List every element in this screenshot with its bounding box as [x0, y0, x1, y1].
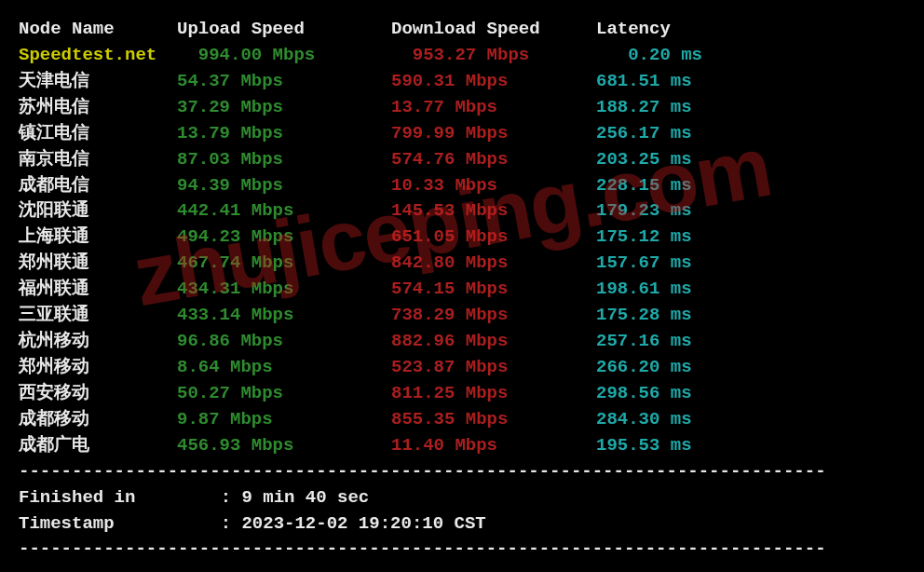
cell-latency: 157.67 ms	[596, 251, 745, 277]
cell-upload: 54.37 Mbps	[177, 69, 391, 95]
cell-download: 651.05 Mbps	[391, 225, 596, 251]
cell-upload: 434.31 Mbps	[177, 277, 391, 303]
cell-download: 523.87 Mbps	[391, 355, 596, 381]
cell-node: 苏州电信	[19, 95, 177, 121]
cell-download: 145.53 Mbps	[391, 198, 596, 225]
cell-download: 590.31 Mbps	[391, 69, 596, 95]
cell-upload: 50.27 Mbps	[177, 381, 391, 407]
cell-upload: 96.86 Mbps	[177, 329, 391, 355]
table-row: 福州联通434.31 Mbps574.15 Mbps198.61 ms	[19, 277, 905, 303]
cell-latency: 175.12 ms	[596, 225, 745, 251]
table-row: 成都广电456.93 Mbps11.40 Mbps195.53 ms	[19, 433, 905, 459]
cell-latency: 198.61 ms	[596, 277, 745, 303]
cell-latency: 681.51 ms	[596, 69, 745, 95]
cell-latency: 256.17 ms	[596, 121, 745, 147]
cell-node: 郑州联通	[19, 251, 177, 277]
separator-line: ----------------------------------------…	[19, 459, 905, 485]
cell-latency: 257.16 ms	[596, 329, 745, 355]
cell-node: 西安移动	[19, 381, 177, 407]
cell-node: 杭州移动	[19, 329, 177, 355]
cell-node: 天津电信	[19, 69, 177, 95]
speedtest-rows: Speedtest.net 994.00 Mbps 953.27 Mbps 0.…	[19, 43, 905, 459]
table-row: 成都电信94.39 Mbps10.33 Mbps228.15 ms	[19, 173, 905, 199]
cell-latency: 179.23 ms	[596, 198, 745, 225]
cell-upload: 9.87 Mbps	[177, 407, 391, 433]
cell-node: 福州联通	[19, 277, 177, 303]
cell-download: 855.35 Mbps	[391, 407, 596, 433]
table-row: 郑州联通467.74 Mbps842.80 Mbps157.67 ms	[19, 251, 905, 277]
cell-download: 10.33 Mbps	[391, 173, 596, 199]
table-row: 郑州移动8.64 Mbps523.87 Mbps266.20 ms	[19, 355, 905, 381]
separator-line: ----------------------------------------…	[19, 537, 905, 563]
header-latency: Latency	[596, 17, 745, 43]
cell-node: 三亚联通	[19, 303, 177, 329]
table-row: 沈阳联通442.41 Mbps145.53 Mbps179.23 ms	[19, 198, 905, 225]
cell-download: 13.77 Mbps	[391, 95, 596, 121]
cell-latency: 0.20 ms	[596, 43, 745, 69]
cell-upload: 467.74 Mbps	[177, 251, 391, 277]
table-row: Speedtest.net 994.00 Mbps 953.27 Mbps 0.…	[19, 43, 905, 69]
table-row: 上海联通494.23 Mbps651.05 Mbps175.12 ms	[19, 225, 905, 251]
table-row: 成都移动9.87 Mbps855.35 Mbps284.30 ms	[19, 407, 905, 433]
table-row: 西安移动50.27 Mbps811.25 Mbps298.56 ms	[19, 381, 905, 407]
cell-upload: 37.29 Mbps	[177, 95, 391, 121]
cell-latency: 298.56 ms	[596, 381, 745, 407]
table-row: 三亚联通433.14 Mbps738.29 Mbps175.28 ms	[19, 303, 905, 329]
cell-download: 574.76 Mbps	[391, 147, 596, 173]
cell-node: 成都广电	[19, 433, 177, 459]
cell-node: 成都电信	[19, 173, 177, 199]
cell-download: 811.25 Mbps	[391, 381, 596, 407]
cell-download: 953.27 Mbps	[391, 43, 596, 69]
cell-download: 11.40 Mbps	[391, 433, 596, 459]
cell-download: 842.80 Mbps	[391, 251, 596, 277]
finished-value: 9 min 40 sec	[241, 487, 369, 508]
finished-label: Finished in	[19, 487, 135, 508]
cell-latency: 228.15 ms	[596, 173, 745, 199]
footer-finished: Finished in : 9 min 40 sec	[19, 485, 905, 511]
cell-latency: 203.25 ms	[596, 147, 745, 173]
cell-upload: 433.14 Mbps	[177, 303, 391, 329]
cell-upload: 494.23 Mbps	[177, 225, 391, 251]
table-header-row: Node Name Upload Speed Download Speed La…	[19, 17, 905, 43]
cell-latency: 266.20 ms	[596, 355, 745, 381]
cell-latency: 188.27 ms	[596, 95, 745, 121]
cell-latency: 195.53 ms	[596, 433, 745, 459]
cell-upload: 456.93 Mbps	[177, 433, 391, 459]
header-node: Node Name	[19, 17, 177, 43]
table-row: 苏州电信37.29 Mbps13.77 Mbps188.27 ms	[19, 95, 905, 121]
cell-latency: 284.30 ms	[596, 407, 745, 433]
cell-node: 上海联通	[19, 225, 177, 251]
table-row: 杭州移动96.86 Mbps882.96 Mbps257.16 ms	[19, 329, 905, 355]
timestamp-value: 2023-12-02 19:20:10 CST	[241, 513, 485, 534]
table-row: 镇江电信13.79 Mbps799.99 Mbps256.17 ms	[19, 121, 905, 147]
cell-upload: 442.41 Mbps	[177, 198, 391, 225]
cell-node: 沈阳联通	[19, 198, 177, 225]
cell-node: 镇江电信	[19, 121, 177, 147]
cell-download: 738.29 Mbps	[391, 303, 596, 329]
cell-node: 郑州移动	[19, 355, 177, 381]
footer-timestamp: Timestamp : 2023-12-02 19:20:10 CST	[19, 511, 905, 538]
table-row: 南京电信87.03 Mbps574.76 Mbps203.25 ms	[19, 147, 905, 173]
cell-node: Speedtest.net	[19, 43, 177, 69]
header-download: Download Speed	[391, 17, 596, 43]
cell-upload: 87.03 Mbps	[177, 147, 391, 173]
table-row: 天津电信54.37 Mbps590.31 Mbps681.51 ms	[19, 69, 905, 95]
cell-download: 574.15 Mbps	[391, 277, 596, 303]
cell-upload: 994.00 Mbps	[177, 43, 391, 69]
cell-upload: 8.64 Mbps	[177, 355, 391, 381]
cell-latency: 175.28 ms	[596, 303, 745, 329]
cell-upload: 94.39 Mbps	[177, 173, 391, 199]
header-upload: Upload Speed	[177, 17, 391, 43]
cell-node: 成都移动	[19, 407, 177, 433]
cell-download: 799.99 Mbps	[391, 121, 596, 147]
cell-upload: 13.79 Mbps	[177, 121, 391, 147]
timestamp-label: Timestamp	[19, 513, 115, 534]
cell-download: 882.96 Mbps	[391, 329, 596, 355]
cell-node: 南京电信	[19, 147, 177, 173]
